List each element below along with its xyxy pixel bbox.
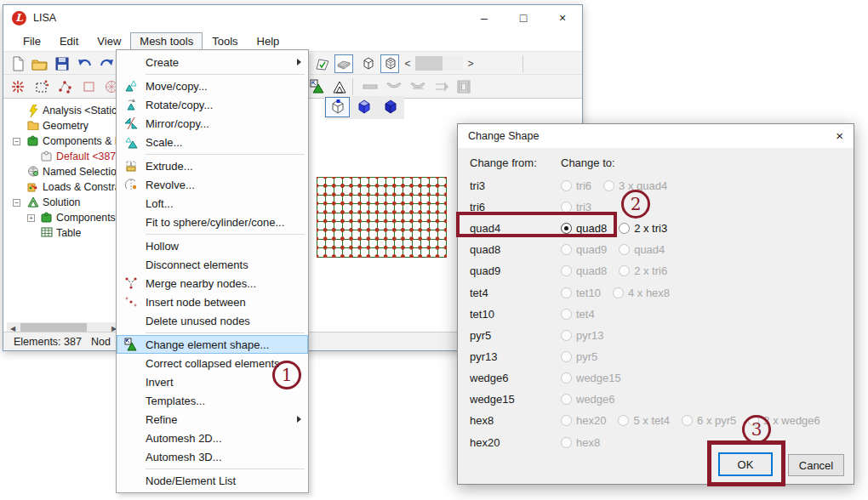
loads-icon (27, 181, 39, 193)
tree-item-solution-components[interactable]: + Components (7, 210, 120, 225)
menu-item-insert-node-between[interactable]: Insert node between (117, 293, 308, 311)
menu-item-delete-unused-nodes[interactable]: Delete unused nodes (117, 311, 308, 330)
change-element-shape-icon[interactable] (308, 77, 327, 96)
menu-separator (146, 234, 305, 235)
viewport-scroll-thumb[interactable] (415, 56, 443, 71)
maximize-button[interactable]: □ (504, 5, 543, 31)
menu-item-automesh-2d[interactable]: Automesh 2D... (117, 429, 308, 447)
menu-item-fit-to-sphere[interactable]: Fit to sphere/cylinder/cone... (117, 213, 308, 231)
menu-item-mirror-copy[interactable]: Mirror/copy... (117, 114, 308, 133)
radio-2x-tri6: 2 x tri6 (619, 264, 667, 277)
table-icon (41, 227, 53, 239)
solution-icon (27, 196, 39, 208)
component-outline-icon (41, 151, 53, 162)
sketch-mode-icon[interactable] (313, 54, 332, 73)
extrude-icon (117, 159, 146, 173)
menu-item-templates[interactable]: Templates... (117, 391, 308, 410)
menu-help[interactable]: Help (248, 32, 289, 50)
minimize-button[interactable]: – (465, 5, 504, 31)
named-selections-icon (27, 166, 39, 178)
tree-item-analysis[interactable]: Analysis <Static (7, 103, 120, 118)
open-file-icon[interactable] (30, 54, 49, 73)
toolbar-separator (523, 55, 523, 72)
collapse-icon[interactable]: − (13, 138, 20, 145)
lisa-logo-icon: L (12, 11, 26, 26)
radio-quad4: quad4 (619, 243, 665, 256)
radio-wedge15: wedge15 (561, 372, 621, 384)
solid-cube-icon[interactable] (351, 97, 376, 117)
shaded-view-icon[interactable] (334, 54, 353, 73)
dialog-close-icon[interactable]: × (836, 128, 843, 143)
radio-2x-tri3[interactable]: 2 x tri3 (619, 222, 667, 235)
revolve-icon (117, 178, 146, 191)
menu-item-scale[interactable]: Scale... (117, 133, 308, 151)
menu-item-refine[interactable]: Refine (117, 410, 308, 429)
tree-item-components-materials[interactable]: − Components & M (7, 134, 120, 149)
expand-icon[interactable]: + (27, 214, 35, 222)
menu-mesh-tools[interactable]: Mesh tools (130, 32, 203, 50)
tree-item-table[interactable]: Table (7, 225, 120, 241)
change-shape-dialog: Change Shape × Change from: Change to: t… (457, 123, 854, 485)
menu-view[interactable]: View (88, 32, 130, 50)
collapse-icon[interactable]: − (13, 199, 20, 207)
merge-nodes-icon (117, 276, 146, 290)
menu-file[interactable]: File (14, 32, 50, 50)
radio-6x-pyr5: 6 x pyr5 (682, 414, 736, 427)
menu-item-automesh-3d[interactable]: Automesh 3D... (117, 447, 308, 466)
tree-item-geometry[interactable]: Geometry (7, 118, 120, 134)
menu-item-move-copy[interactable]: Move/copy... (117, 77, 308, 95)
new-node-icon[interactable] (9, 77, 27, 96)
tree-item-named-selections[interactable]: Named Selection (7, 164, 120, 179)
menu-edit[interactable]: Edit (50, 32, 88, 50)
cancel-button[interactable]: Cancel (788, 454, 844, 476)
menu-item-revolve[interactable]: Revolve... (117, 175, 308, 194)
tree-item-solution[interactable]: − Solution (7, 195, 120, 210)
viewport-scroll-right[interactable]: > (465, 54, 477, 72)
change-from-header: Change from: (470, 156, 537, 169)
menu-item-node-element-list[interactable]: Node/Element List (117, 471, 308, 490)
viewport-scroll-left[interactable]: < (402, 54, 414, 72)
menu-item-rotate-copy[interactable]: Rotate/copy... (117, 95, 308, 114)
new-file-icon[interactable] (9, 54, 27, 73)
radio-tet10: tet10 (561, 287, 601, 299)
menu-bar: File Edit View Mesh tools Tools Help (3, 31, 582, 51)
menu-item-loft[interactable]: Loft... (117, 194, 308, 213)
mirror-copy-icon (117, 116, 146, 130)
quad-element-icon[interactable] (80, 77, 99, 96)
shape-row-pyr5: pyr5 pyr13 (470, 327, 604, 344)
menu-item-change-element-shape[interactable]: Change element shape... (117, 335, 308, 354)
submenu-arrow-icon (297, 59, 301, 65)
annotation-box-ok (707, 440, 785, 486)
solid-cube-dark-icon[interactable] (378, 97, 403, 117)
menu-item-extrude[interactable]: Extrude... (117, 156, 308, 175)
refine-element-icon[interactable] (330, 77, 349, 96)
menu-item-merge-nearby-nodes[interactable]: Merge nearby nodes... (117, 274, 308, 293)
undo-icon[interactable] (76, 54, 94, 73)
menu-item-hollow[interactable]: Hollow (117, 236, 308, 255)
mesh-grid[interactable] (317, 177, 447, 258)
refined-view-icon[interactable] (380, 54, 399, 73)
wireframe-view-icon[interactable] (358, 54, 377, 73)
radio-5x-tet4: 5 x tet4 (618, 414, 670, 427)
shape-row-wedge6: wedge6 wedge15 (470, 369, 621, 386)
menu-tools[interactable]: Tools (203, 32, 247, 50)
save-icon[interactable] (53, 54, 71, 73)
menu-separator (146, 154, 305, 155)
shape-row-tet10: tet10 tet4 (470, 305, 595, 322)
wireframe-cube-icon[interactable] (325, 97, 350, 117)
element-nodes-icon[interactable] (56, 77, 75, 96)
new-element-icon[interactable] (32, 77, 51, 96)
menu-item-create[interactable]: Create (117, 53, 308, 71)
move-copy-icon (117, 79, 146, 93)
redo-icon[interactable] (97, 54, 116, 73)
menu-item-disconnect-elements[interactable]: Disconnect elements (117, 255, 308, 274)
close-button[interactable]: × (543, 5, 582, 31)
beam-tool-icon (361, 77, 380, 96)
annotation-box-quad8 (456, 212, 617, 237)
tree-item-default-component[interactable]: Default <387 (7, 149, 120, 164)
tree-item-loads-constraints[interactable]: Loads & Constra (7, 179, 120, 195)
window-title: LISA (33, 12, 56, 24)
lightning-icon (27, 105, 39, 116)
folder-icon (27, 120, 39, 132)
viewport-scroll-track[interactable] (415, 56, 463, 71)
